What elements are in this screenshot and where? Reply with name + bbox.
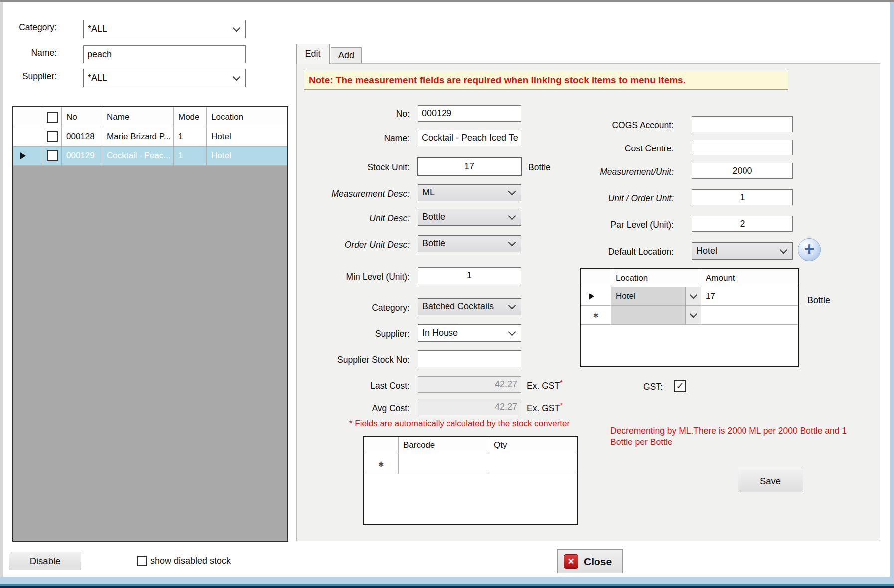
measurement-unit-input[interactable]: 2000 — [692, 163, 793, 179]
window-bottom-edge — [0, 586, 894, 588]
unit-order-unit-label: Unit / Order Unit: — [578, 193, 674, 204]
column-header-name[interactable]: Name — [102, 107, 174, 127]
select-all-checkbox[interactable] — [47, 112, 58, 123]
measurement-desc-value: ML — [422, 187, 435, 197]
barcode-new-cell[interactable] — [399, 454, 489, 474]
location-cell-select[interactable]: Hotel — [611, 287, 701, 306]
auto-calc-note: * Fields are automatically calculated by… — [349, 419, 570, 429]
item-supplier-label: Supplier: — [319, 328, 410, 339]
combo-button[interactable] — [685, 306, 701, 324]
name-filter-input[interactable]: peach — [83, 45, 246, 63]
window-right-border — [890, 2, 894, 577]
new-row-indicator: ✱ — [581, 306, 611, 325]
measurement-note-banner: Note: The measurement fields are require… — [304, 71, 788, 90]
supplier-filter-value: *ALL — [88, 73, 107, 83]
no-label: No: — [319, 108, 410, 119]
location-grid: Location Amount Hotel 17 ✱ — [580, 268, 799, 367]
item-category-value: Batched Cocktails — [422, 301, 494, 311]
category-filter-select[interactable]: *ALL — [83, 20, 246, 38]
measurement-desc-select[interactable]: ML — [418, 184, 521, 201]
cell-mode: 1 — [174, 147, 207, 166]
chevron-down-icon — [233, 24, 241, 32]
cost-centre-input[interactable] — [692, 140, 793, 155]
table-row-selected[interactable]: 000129 Cocktail - Peac... 1 Hotel — [13, 147, 287, 166]
cogs-account-input[interactable] — [692, 116, 793, 132]
new-row-indicator: ✱ — [364, 454, 399, 474]
column-header-amount: Amount — [701, 269, 798, 287]
par-level-label: Par Level (Unit): — [578, 219, 674, 230]
min-level-label: Min Level (Unit): — [309, 271, 410, 282]
chevron-down-icon — [690, 310, 698, 318]
row-checkbox[interactable] — [47, 150, 58, 161]
window-left-border — [0, 2, 3, 577]
measurement-desc-label: Measurement Desc: — [309, 188, 410, 199]
add-location-button[interactable]: + — [798, 238, 821, 261]
order-unit-desc-value: Bottle — [422, 238, 445, 248]
plus-icon: + — [804, 239, 814, 259]
row-checkbox[interactable] — [47, 131, 58, 142]
show-disabled-stock-checkbox[interactable] — [137, 556, 147, 566]
unit-order-unit-input[interactable]: 1 — [692, 189, 793, 205]
item-supplier-select[interactable]: In House — [418, 324, 521, 342]
par-level-input[interactable]: 2 — [692, 216, 793, 232]
column-header-barcode: Barcode — [399, 437, 489, 454]
min-level-input[interactable]: 1 — [418, 267, 521, 284]
unit-desc-select[interactable]: Bottle — [418, 209, 521, 226]
save-button[interactable]: Save — [738, 470, 803, 492]
amount-new-cell[interactable] — [701, 306, 798, 325]
amount-cell[interactable]: 17 — [701, 287, 798, 306]
table-row[interactable]: 000128 Marie Brizard P... 1 Hotel — [13, 127, 287, 147]
location-grid-unit-label: Bottle — [807, 295, 847, 306]
gst-label: GST: — [613, 381, 663, 392]
close-button[interactable]: ✕ Close — [557, 549, 623, 573]
auto-calc-asterisk: * — [560, 401, 563, 409]
stock-list-header-row: No Name Mode Location — [13, 107, 287, 127]
cell-no: 000128 — [62, 127, 102, 147]
chevron-down-icon — [690, 291, 698, 299]
qty-new-cell[interactable] — [489, 454, 577, 474]
last-cost-label: Last Cost: — [319, 380, 410, 391]
supplier-stock-no-label: Supplier Stock No: — [309, 354, 410, 365]
item-category-label: Category: — [319, 302, 410, 313]
chevron-down-icon — [508, 188, 516, 196]
column-header-qty: Qty — [489, 437, 577, 454]
avg-cost-value: 42.27 — [418, 399, 521, 415]
header-checkbox-cell — [43, 107, 62, 127]
chevron-down-icon — [508, 302, 516, 310]
no-input[interactable]: 000129 — [418, 105, 521, 122]
column-header-location[interactable]: Location — [207, 107, 287, 127]
default-location-value: Hotel — [696, 246, 717, 256]
supplier-filter-label: Supplier: — [9, 71, 57, 82]
close-button-label: Close — [584, 550, 612, 574]
current-row-arrow-icon — [589, 293, 594, 300]
cogs-account-label: COGS Account: — [583, 120, 674, 131]
item-name-input[interactable]: Cocktail - Peach Iced Te — [418, 130, 521, 146]
column-header-no[interactable]: No — [62, 107, 102, 127]
tab-add[interactable]: Add — [331, 47, 362, 63]
gst-checkbox[interactable]: ✓ — [674, 380, 686, 392]
supplier-stock-no-input[interactable] — [418, 350, 521, 367]
row-selector-cell[interactable] — [13, 147, 43, 166]
row-selector-cell[interactable] — [13, 127, 43, 147]
avg-cost-label: Avg Cost: — [319, 403, 410, 414]
supplier-filter-select[interactable]: *ALL — [83, 69, 246, 87]
item-category-select[interactable]: Batched Cocktails — [418, 298, 521, 315]
disable-button[interactable]: Disable — [9, 552, 81, 570]
column-header-mode[interactable]: Mode — [174, 107, 207, 127]
window-top-border — [0, 0, 894, 2]
column-header-location: Location — [611, 269, 701, 287]
auto-calc-asterisk: * — [560, 378, 563, 387]
tab-edit[interactable]: Edit — [296, 44, 330, 64]
cell-name: Cocktail - Peac... — [102, 147, 174, 166]
default-location-select[interactable]: Hotel — [692, 242, 793, 260]
order-unit-desc-select[interactable]: Bottle — [418, 235, 521, 252]
window-bottom-strip — [0, 577, 894, 584]
cell-location: Hotel — [207, 147, 287, 166]
current-row-arrow-icon — [20, 152, 26, 159]
barcode-grid: Barcode Qty ✱ — [363, 436, 578, 525]
location-new-cell-select[interactable] — [611, 306, 701, 325]
row-selector-cell — [581, 287, 611, 306]
chevron-down-icon — [508, 239, 516, 247]
combo-button[interactable] — [685, 287, 701, 305]
item-supplier-value: In House — [422, 328, 458, 338]
